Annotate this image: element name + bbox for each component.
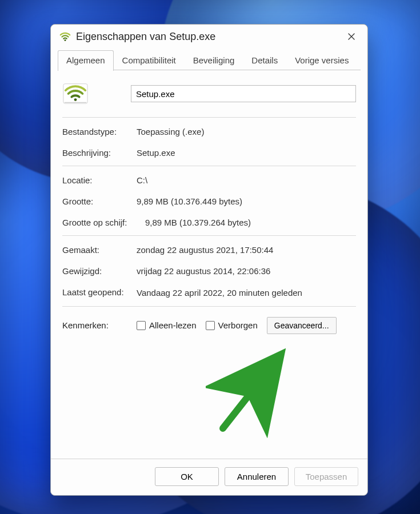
file-type-icon (62, 81, 89, 107)
label-location: Locatie: (62, 175, 137, 185)
value-modified: vrijdag 22 augustus 2014, 22:06:36 (137, 266, 356, 276)
apply-button[interactable]: Toepassen (294, 467, 358, 486)
tab-previous-versions[interactable]: Vorige versies (286, 50, 357, 71)
tab-compatibility[interactable]: Compatibiliteit (114, 50, 185, 71)
checkbox-readonly[interactable]: Alleen-lezen (137, 320, 197, 330)
value-location: C:\ (137, 175, 356, 185)
label-accessed: Laatst geopend: (62, 287, 137, 298)
checkbox-icon (206, 321, 215, 330)
checkbox-readonly-label: Alleen-lezen (149, 320, 197, 330)
label-size-on-disk: Grootte op schijf: (62, 218, 145, 227)
label-size: Grootte: (62, 196, 137, 206)
value-description: Setup.exe (137, 148, 356, 158)
svg-point-2 (74, 98, 77, 101)
label-modified: Gewijzigd: (62, 266, 137, 276)
value-created: zondag 22 augustus 2021, 17:50:44 (137, 245, 356, 255)
checkbox-hidden[interactable]: Verborgen (206, 320, 258, 330)
properties-dialog: Eigenschappen van Setup.exe Algemeen Com… (50, 24, 368, 496)
value-size-on-disk: 9,89 MB (10.379.264 bytes) (145, 218, 356, 227)
close-icon (347, 33, 355, 41)
tab-details[interactable]: Details (243, 50, 286, 71)
value-filetype: Toepassing (.exe) (137, 127, 356, 136)
svg-point-0 (65, 39, 66, 41)
checkbox-icon (137, 321, 146, 330)
filename-input[interactable] (131, 85, 356, 102)
window-title: Eigenschappen van Setup.exe (76, 31, 215, 43)
tab-general[interactable]: Algemeen (58, 50, 114, 71)
cancel-button[interactable]: Annuleren (225, 467, 289, 486)
close-button[interactable] (341, 29, 362, 44)
tabstrip: Algemeen Compatibiliteit Beveiliging Det… (51, 50, 367, 70)
dialog-footer: OK Annuleren Toepassen (51, 459, 367, 495)
label-description: Beschrijving: (62, 148, 137, 158)
filename-row (62, 78, 356, 115)
checkbox-hidden-label: Verborgen (218, 320, 258, 330)
label-attributes: Kenmerken: (62, 317, 137, 330)
label-filetype: Bestandstype: (62, 127, 137, 136)
advanced-button[interactable]: Geavanceerd... (267, 317, 337, 334)
general-panel: Bestandstype:Toepassing (.exe) Beschrijv… (51, 70, 367, 459)
label-created: Gemaakt: (62, 245, 137, 255)
attributes-row: Kenmerken: Alleen-lezen Verborgen Geavan… (62, 310, 356, 339)
tab-security[interactable]: Beveiliging (185, 50, 243, 71)
value-size: 9,89 MB (10.376.449 bytes) (137, 196, 356, 206)
titlebar[interactable]: Eigenschappen van Setup.exe (51, 25, 367, 50)
value-accessed: Vandaag 22 april 2022, 20 minuten gelede… (137, 288, 356, 298)
ok-button[interactable]: OK (155, 467, 219, 486)
wifi-app-icon (59, 30, 71, 43)
